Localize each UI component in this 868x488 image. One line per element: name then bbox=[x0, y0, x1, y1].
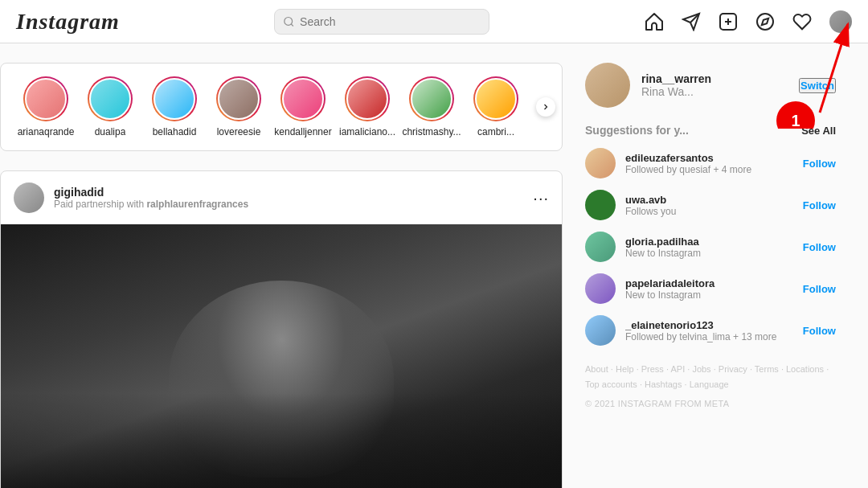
story-item[interactable]: bellahadid bbox=[142, 76, 207, 137]
sidebar-username[interactable]: rina__warren bbox=[641, 72, 711, 85]
suggestion-username[interactable]: edileuzafersantos bbox=[625, 152, 793, 164]
follow-button[interactable]: Follow bbox=[803, 241, 836, 253]
footer-about[interactable]: About bbox=[585, 364, 608, 374]
story-item[interactable]: cambri... bbox=[464, 76, 528, 137]
story-username: arianaqrande bbox=[18, 126, 75, 137]
story-avatar-wrapper bbox=[473, 76, 518, 121]
suggestions-header: Suggestions for y... See All bbox=[585, 124, 836, 137]
suggestion-info: _elainetenorio123 Followed by telvina_li… bbox=[625, 319, 793, 342]
footer-links: About · Help · Press · API · Jobs · Priv… bbox=[585, 362, 836, 377]
story-username: cambri... bbox=[477, 126, 514, 137]
follow-button[interactable]: Follow bbox=[803, 199, 836, 211]
footer-privacy[interactable]: Privacy bbox=[719, 364, 747, 374]
footer-locations[interactable]: Locations bbox=[786, 364, 824, 374]
copyright: © 2021 INSTAGRAM FROM META bbox=[585, 396, 836, 412]
sidebar-avatar[interactable] bbox=[585, 63, 630, 108]
story-avatar bbox=[25, 78, 67, 120]
story-username: christmashy... bbox=[402, 126, 461, 137]
profile-avatar[interactable] bbox=[829, 10, 852, 33]
suggestion-item: edileuzafersantos Followed by quesiaf + … bbox=[585, 148, 836, 178]
story-avatar-wrapper bbox=[409, 76, 454, 121]
sidebar-realname: Rina Wa... bbox=[641, 85, 711, 98]
footer-terms[interactable]: Terms bbox=[755, 364, 779, 374]
story-item[interactable]: dualipa bbox=[78, 76, 142, 137]
post-subtitle: Paid partnership with ralphlaurenfragran… bbox=[54, 199, 248, 210]
add-icon[interactable] bbox=[719, 12, 738, 31]
suggestion-username[interactable]: _elainetenorio123 bbox=[625, 319, 793, 331]
story-username: lovereesie bbox=[217, 126, 261, 137]
suggestion-avatar bbox=[585, 190, 616, 220]
home-icon[interactable] bbox=[645, 12, 664, 31]
story-item[interactable]: christmashy... bbox=[399, 76, 464, 137]
main-layout: arianaqrande dualipa bellahadid loverees… bbox=[0, 0, 868, 488]
post-username-block: gigihadid Paid partnership with ralphlau… bbox=[54, 186, 248, 210]
follow-button[interactable]: Follow bbox=[803, 283, 836, 295]
story-item[interactable]: arianaqrande bbox=[14, 76, 78, 137]
heart-icon[interactable] bbox=[792, 12, 812, 31]
suggestion-avatar bbox=[585, 273, 616, 304]
footer-hashtags[interactable]: Hashtags bbox=[645, 379, 682, 389]
suggestion-item: papelariadaleitorа New to Instagram Foll… bbox=[585, 273, 836, 304]
explore-icon[interactable] bbox=[755, 12, 775, 31]
search-bar[interactable] bbox=[274, 9, 489, 35]
post-avatar bbox=[14, 182, 44, 213]
stories-next-arrow[interactable] bbox=[536, 97, 555, 117]
svg-point-0 bbox=[285, 17, 293, 25]
story-item[interactable]: iamaliciano... bbox=[335, 76, 399, 137]
footer-links-2: Top accounts · Hashtags · Language bbox=[585, 377, 836, 392]
story-avatar-wrapper bbox=[345, 76, 390, 121]
story-avatar bbox=[218, 78, 260, 120]
feed: arianaqrande dualipa bellahadid loverees… bbox=[0, 43, 563, 488]
footer-language[interactable]: Language bbox=[690, 379, 729, 389]
story-avatar-wrapper bbox=[152, 76, 197, 121]
suggestion-avatar bbox=[585, 232, 616, 262]
suggestion-username[interactable]: gloria.padilhaa bbox=[625, 236, 793, 248]
story-avatar-wrapper bbox=[216, 76, 261, 121]
story-username: bellahadid bbox=[153, 126, 197, 137]
suggestion-reason: Follows you bbox=[625, 206, 793, 217]
footer-jobs[interactable]: Jobs bbox=[692, 364, 710, 374]
sidebar-profile: rina__warren Rina Wa... Switch bbox=[585, 63, 836, 108]
post-header: gigihadid Paid partnership with ralphlau… bbox=[1, 171, 562, 224]
footer-press[interactable]: Press bbox=[641, 364, 664, 374]
post-username[interactable]: gigihadid bbox=[54, 186, 248, 199]
send-icon[interactable] bbox=[682, 12, 701, 31]
sidebar-user-info: rina__warren Rina Wa... bbox=[641, 72, 711, 98]
story-avatar bbox=[282, 78, 324, 120]
story-avatar-wrapper bbox=[88, 76, 133, 121]
footer-help[interactable]: Help bbox=[616, 364, 634, 374]
switch-button[interactable]: Switch bbox=[799, 78, 836, 93]
story-username: kendalljenner bbox=[274, 126, 331, 137]
post-image bbox=[1, 224, 562, 488]
suggestion-username[interactable]: uwa.avb bbox=[625, 194, 793, 206]
header-icons bbox=[645, 10, 852, 33]
sidebar-footer: About · Help · Press · API · Jobs · Priv… bbox=[585, 362, 836, 412]
suggestion-reason: New to Instagram bbox=[625, 289, 793, 301]
post-more-button[interactable]: ··· bbox=[533, 189, 549, 207]
suggestions-title: Suggestions for y... bbox=[585, 124, 689, 137]
search-input[interactable] bbox=[300, 15, 481, 28]
suggestion-avatar bbox=[585, 315, 616, 346]
suggestion-reason: Followed by quesiaf + 4 more bbox=[625, 164, 793, 175]
svg-point-7 bbox=[757, 14, 773, 30]
suggestion-avatar bbox=[585, 148, 616, 178]
suggestion-reason: Followed by telvina_lima + 13 more bbox=[625, 331, 793, 342]
svg-line-1 bbox=[292, 23, 294, 26]
footer-api[interactable]: API bbox=[670, 364, 685, 374]
suggestion-info: gloria.padilhaa New to Instagram bbox=[625, 236, 793, 259]
suggestion-item: uwa.avb Follows you Follow bbox=[585, 190, 836, 220]
post: gigihadid Paid partnership with ralphlau… bbox=[0, 170, 563, 488]
follow-button[interactable]: Follow bbox=[803, 158, 836, 170]
suggestion-item: gloria.padilhaa New to Instagram Follow bbox=[585, 232, 836, 262]
story-avatar-wrapper bbox=[23, 76, 68, 121]
suggestion-info: papelariadaleitorа New to Instagram bbox=[625, 277, 793, 301]
footer-top-accounts[interactable]: Top accounts bbox=[585, 379, 637, 389]
story-username: dualipa bbox=[95, 126, 126, 137]
story-item[interactable]: kendalljenner bbox=[271, 76, 335, 137]
follow-button[interactable]: Follow bbox=[803, 325, 836, 337]
story-item[interactable]: lovereesie bbox=[207, 76, 271, 137]
story-avatar bbox=[411, 78, 452, 120]
see-all-button[interactable]: See All bbox=[801, 125, 836, 137]
suggestion-info: edileuzafersantos Followed by quesiaf + … bbox=[625, 152, 793, 175]
suggestion-username[interactable]: papelariadaleitorа bbox=[625, 277, 793, 289]
